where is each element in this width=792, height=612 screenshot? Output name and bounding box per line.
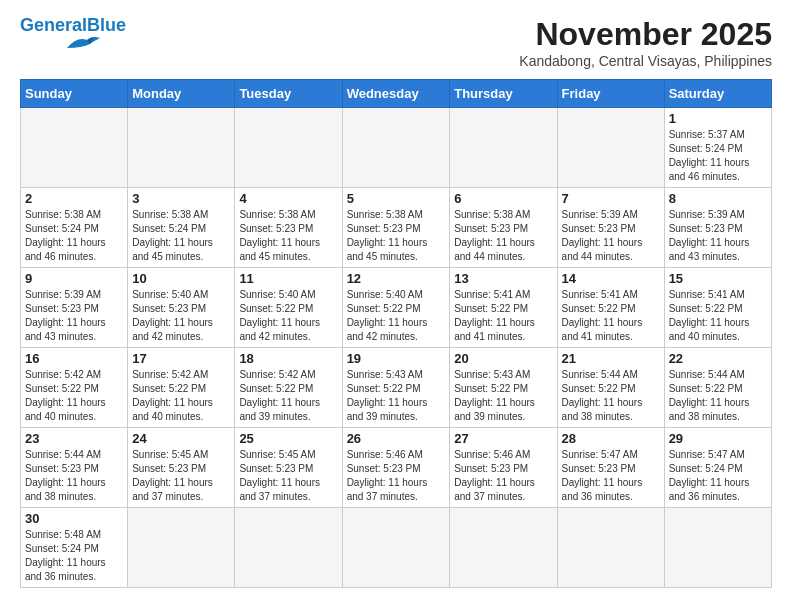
calendar-week-row: 2Sunrise: 5:38 AMSunset: 5:24 PMDaylight… (21, 188, 772, 268)
calendar-day-cell: 13Sunrise: 5:41 AMSunset: 5:22 PMDayligh… (450, 268, 557, 348)
day-info: Sunrise: 5:40 AMSunset: 5:22 PMDaylight:… (347, 288, 446, 344)
day-of-week-header: Wednesday (342, 80, 450, 108)
calendar-day-cell: 3Sunrise: 5:38 AMSunset: 5:24 PMDaylight… (128, 188, 235, 268)
logo-bird-icon (62, 30, 102, 54)
calendar-week-row: 1Sunrise: 5:37 AMSunset: 5:24 PMDaylight… (21, 108, 772, 188)
day-info: Sunrise: 5:47 AMSunset: 5:23 PMDaylight:… (562, 448, 660, 504)
day-number: 20 (454, 351, 552, 366)
day-info: Sunrise: 5:42 AMSunset: 5:22 PMDaylight:… (25, 368, 123, 424)
day-number: 7 (562, 191, 660, 206)
day-number: 12 (347, 271, 446, 286)
day-number: 21 (562, 351, 660, 366)
calendar-day-cell (664, 508, 771, 588)
day-of-week-header: Sunday (21, 80, 128, 108)
day-info: Sunrise: 5:46 AMSunset: 5:23 PMDaylight:… (347, 448, 446, 504)
day-info: Sunrise: 5:44 AMSunset: 5:22 PMDaylight:… (669, 368, 767, 424)
day-number: 1 (669, 111, 767, 126)
calendar-day-cell: 20Sunrise: 5:43 AMSunset: 5:22 PMDayligh… (450, 348, 557, 428)
calendar-day-cell: 11Sunrise: 5:40 AMSunset: 5:22 PMDayligh… (235, 268, 342, 348)
day-info: Sunrise: 5:39 AMSunset: 5:23 PMDaylight:… (562, 208, 660, 264)
day-of-week-header: Monday (128, 80, 235, 108)
calendar-day-cell: 6Sunrise: 5:38 AMSunset: 5:23 PMDaylight… (450, 188, 557, 268)
calendar-day-cell (450, 108, 557, 188)
day-info: Sunrise: 5:45 AMSunset: 5:23 PMDaylight:… (239, 448, 337, 504)
calendar-day-cell: 8Sunrise: 5:39 AMSunset: 5:23 PMDaylight… (664, 188, 771, 268)
calendar-day-cell: 30Sunrise: 5:48 AMSunset: 5:24 PMDayligh… (21, 508, 128, 588)
day-info: Sunrise: 5:44 AMSunset: 5:23 PMDaylight:… (25, 448, 123, 504)
day-number: 24 (132, 431, 230, 446)
day-number: 4 (239, 191, 337, 206)
calendar-week-row: 30Sunrise: 5:48 AMSunset: 5:24 PMDayligh… (21, 508, 772, 588)
calendar-day-cell (342, 108, 450, 188)
day-info: Sunrise: 5:47 AMSunset: 5:24 PMDaylight:… (669, 448, 767, 504)
calendar-day-cell: 24Sunrise: 5:45 AMSunset: 5:23 PMDayligh… (128, 428, 235, 508)
day-number: 2 (25, 191, 123, 206)
calendar-week-row: 9Sunrise: 5:39 AMSunset: 5:23 PMDaylight… (21, 268, 772, 348)
title-area: November 2025 Kandabong, Central Visayas… (519, 16, 772, 69)
calendar-day-cell: 7Sunrise: 5:39 AMSunset: 5:23 PMDaylight… (557, 188, 664, 268)
calendar-day-cell: 23Sunrise: 5:44 AMSunset: 5:23 PMDayligh… (21, 428, 128, 508)
day-info: Sunrise: 5:44 AMSunset: 5:22 PMDaylight:… (562, 368, 660, 424)
calendar-day-cell: 12Sunrise: 5:40 AMSunset: 5:22 PMDayligh… (342, 268, 450, 348)
calendar-day-cell: 5Sunrise: 5:38 AMSunset: 5:23 PMDaylight… (342, 188, 450, 268)
day-info: Sunrise: 5:45 AMSunset: 5:23 PMDaylight:… (132, 448, 230, 504)
calendar-day-cell: 22Sunrise: 5:44 AMSunset: 5:22 PMDayligh… (664, 348, 771, 428)
calendar-day-cell: 19Sunrise: 5:43 AMSunset: 5:22 PMDayligh… (342, 348, 450, 428)
day-info: Sunrise: 5:41 AMSunset: 5:22 PMDaylight:… (454, 288, 552, 344)
day-info: Sunrise: 5:40 AMSunset: 5:22 PMDaylight:… (239, 288, 337, 344)
day-number: 11 (239, 271, 337, 286)
day-number: 23 (25, 431, 123, 446)
calendar-day-cell (450, 508, 557, 588)
calendar-day-cell: 15Sunrise: 5:41 AMSunset: 5:22 PMDayligh… (664, 268, 771, 348)
day-number: 19 (347, 351, 446, 366)
calendar-day-cell: 29Sunrise: 5:47 AMSunset: 5:24 PMDayligh… (664, 428, 771, 508)
calendar-day-cell: 14Sunrise: 5:41 AMSunset: 5:22 PMDayligh… (557, 268, 664, 348)
day-number: 30 (25, 511, 123, 526)
calendar-day-cell (235, 108, 342, 188)
calendar-day-cell: 2Sunrise: 5:38 AMSunset: 5:24 PMDaylight… (21, 188, 128, 268)
calendar-week-row: 16Sunrise: 5:42 AMSunset: 5:22 PMDayligh… (21, 348, 772, 428)
calendar-day-cell: 4Sunrise: 5:38 AMSunset: 5:23 PMDaylight… (235, 188, 342, 268)
calendar-day-cell: 28Sunrise: 5:47 AMSunset: 5:23 PMDayligh… (557, 428, 664, 508)
day-number: 29 (669, 431, 767, 446)
calendar-header-row: SundayMondayTuesdayWednesdayThursdayFrid… (21, 80, 772, 108)
header: GeneralBlue November 2025 Kandabong, Cen… (20, 16, 772, 69)
day-number: 27 (454, 431, 552, 446)
day-number: 17 (132, 351, 230, 366)
day-info: Sunrise: 5:38 AMSunset: 5:23 PMDaylight:… (239, 208, 337, 264)
day-number: 9 (25, 271, 123, 286)
location-subtitle: Kandabong, Central Visayas, Philippines (519, 53, 772, 69)
day-info: Sunrise: 5:39 AMSunset: 5:23 PMDaylight:… (25, 288, 123, 344)
day-info: Sunrise: 5:43 AMSunset: 5:22 PMDaylight:… (454, 368, 552, 424)
day-number: 5 (347, 191, 446, 206)
calendar-day-cell: 21Sunrise: 5:44 AMSunset: 5:22 PMDayligh… (557, 348, 664, 428)
day-info: Sunrise: 5:42 AMSunset: 5:22 PMDaylight:… (132, 368, 230, 424)
calendar-day-cell (128, 108, 235, 188)
day-info: Sunrise: 5:41 AMSunset: 5:22 PMDaylight:… (562, 288, 660, 344)
day-number: 13 (454, 271, 552, 286)
day-of-week-header: Friday (557, 80, 664, 108)
calendar-day-cell (342, 508, 450, 588)
day-info: Sunrise: 5:38 AMSunset: 5:23 PMDaylight:… (347, 208, 446, 264)
day-number: 15 (669, 271, 767, 286)
calendar-day-cell (235, 508, 342, 588)
calendar-table: SundayMondayTuesdayWednesdayThursdayFrid… (20, 79, 772, 588)
day-info: Sunrise: 5:39 AMSunset: 5:23 PMDaylight:… (669, 208, 767, 264)
day-of-week-header: Tuesday (235, 80, 342, 108)
calendar-day-cell: 26Sunrise: 5:46 AMSunset: 5:23 PMDayligh… (342, 428, 450, 508)
calendar-day-cell (557, 108, 664, 188)
day-info: Sunrise: 5:42 AMSunset: 5:22 PMDaylight:… (239, 368, 337, 424)
day-of-week-header: Saturday (664, 80, 771, 108)
calendar-day-cell (557, 508, 664, 588)
day-info: Sunrise: 5:38 AMSunset: 5:24 PMDaylight:… (132, 208, 230, 264)
calendar-day-cell: 1Sunrise: 5:37 AMSunset: 5:24 PMDaylight… (664, 108, 771, 188)
day-number: 16 (25, 351, 123, 366)
calendar-day-cell (128, 508, 235, 588)
calendar-day-cell: 18Sunrise: 5:42 AMSunset: 5:22 PMDayligh… (235, 348, 342, 428)
day-info: Sunrise: 5:37 AMSunset: 5:24 PMDaylight:… (669, 128, 767, 184)
day-number: 6 (454, 191, 552, 206)
day-info: Sunrise: 5:43 AMSunset: 5:22 PMDaylight:… (347, 368, 446, 424)
calendar-week-row: 23Sunrise: 5:44 AMSunset: 5:23 PMDayligh… (21, 428, 772, 508)
day-number: 26 (347, 431, 446, 446)
month-year-title: November 2025 (519, 16, 772, 53)
